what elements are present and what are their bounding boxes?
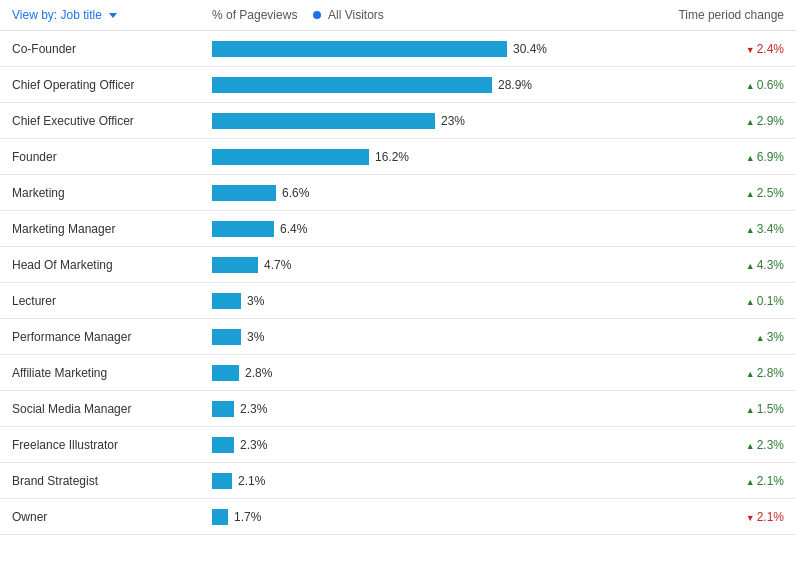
row-job-title: Lecturer [12,294,212,308]
table-row: Marketing 6.6% 2.5% [0,175,796,211]
table-row: Owner 1.7% 2.1% [0,499,796,535]
bar-value: 16.2% [375,150,409,164]
bar [212,329,241,345]
row-change: 1.5% [654,402,784,416]
row-bar-area: 2.3% [212,437,654,453]
row-bar-area: 2.3% [212,401,654,417]
bar-value: 2.3% [240,402,267,416]
bar [212,77,492,93]
all-visitors-label: All Visitors [328,8,384,22]
bar [212,401,234,417]
row-change: 2.1% [654,510,784,524]
bar-value: 6.4% [280,222,307,236]
view-by-text[interactable]: View by: Job title [12,8,102,22]
row-change: 2.1% [654,474,784,488]
bar [212,293,241,309]
bar [212,113,435,129]
row-change: 2.4% [654,42,784,56]
row-job-title: Affiliate Marketing [12,366,212,380]
bar [212,473,232,489]
bar-value: 6.6% [282,186,309,200]
table-row: Social Media Manager 2.3% 1.5% [0,391,796,427]
pageviews-label: % of Pageviews [212,8,297,22]
bar-value: 2.3% [240,438,267,452]
row-bar-area: 6.4% [212,221,654,237]
bar [212,509,228,525]
table-row: Performance Manager 3% 3% [0,319,796,355]
table-row: Brand Strategist 2.1% 2.1% [0,463,796,499]
row-job-title: Social Media Manager [12,402,212,416]
row-bar-area: 3% [212,329,654,345]
table-header: View by: Job title % of Pageviews All Vi… [0,0,796,31]
table-row: Lecturer 3% 0.1% [0,283,796,319]
row-change: 2.8% [654,366,784,380]
table-row: Chief Executive Officer 23% 2.9% [0,103,796,139]
dropdown-arrow-icon[interactable] [109,13,117,18]
bar [212,365,239,381]
row-job-title: Marketing [12,186,212,200]
row-change: 3.4% [654,222,784,236]
table-row: Founder 16.2% 6.9% [0,139,796,175]
row-change: 3% [654,330,784,344]
bar [212,185,276,201]
row-bar-area: 3% [212,293,654,309]
row-job-title: Performance Manager [12,330,212,344]
pageviews-header: % of Pageviews All Visitors [212,8,654,22]
table-row: Affiliate Marketing 2.8% 2.8% [0,355,796,391]
table-row: Freelance Illustrator 2.3% 2.3% [0,427,796,463]
row-bar-area: 28.9% [212,77,654,93]
table-row: Chief Operating Officer 28.9% 0.6% [0,67,796,103]
bar [212,257,258,273]
legend-item: All Visitors [313,8,383,22]
bar [212,41,507,57]
row-job-title: Chief Operating Officer [12,78,212,92]
bar [212,221,274,237]
row-job-title: Co-Founder [12,42,212,56]
bar-value: 3% [247,294,264,308]
bar-value: 2.8% [245,366,272,380]
row-job-title: Marketing Manager [12,222,212,236]
bar [212,437,234,453]
bar-value: 2.1% [238,474,265,488]
bar-value: 3% [247,330,264,344]
row-bar-area: 30.4% [212,41,654,57]
row-job-title: Freelance Illustrator [12,438,212,452]
row-change: 2.9% [654,114,784,128]
time-period-header: Time period change [654,8,784,22]
table-body: Co-Founder 30.4% 2.4% Chief Operating Of… [0,31,796,535]
row-change: 2.3% [654,438,784,452]
row-job-title: Head Of Marketing [12,258,212,272]
table-row: Co-Founder 30.4% 2.4% [0,31,796,67]
row-job-title: Brand Strategist [12,474,212,488]
view-by-label[interactable]: View by: Job title [12,8,212,22]
row-change: 2.5% [654,186,784,200]
row-change: 0.1% [654,294,784,308]
row-bar-area: 2.8% [212,365,654,381]
bar-value: 23% [441,114,465,128]
row-bar-area: 6.6% [212,185,654,201]
all-visitors-dot [313,11,321,19]
bar-value: 30.4% [513,42,547,56]
row-job-title: Owner [12,510,212,524]
bar-value: 4.7% [264,258,291,272]
bar-value: 28.9% [498,78,532,92]
row-bar-area: 4.7% [212,257,654,273]
row-bar-area: 23% [212,113,654,129]
bar-value: 1.7% [234,510,261,524]
bar [212,149,369,165]
row-change: 0.6% [654,78,784,92]
row-job-title: Chief Executive Officer [12,114,212,128]
row-bar-area: 1.7% [212,509,654,525]
row-bar-area: 2.1% [212,473,654,489]
table-row: Marketing Manager 6.4% 3.4% [0,211,796,247]
table-row: Head Of Marketing 4.7% 4.3% [0,247,796,283]
row-change: 4.3% [654,258,784,272]
row-change: 6.9% [654,150,784,164]
row-job-title: Founder [12,150,212,164]
row-bar-area: 16.2% [212,149,654,165]
